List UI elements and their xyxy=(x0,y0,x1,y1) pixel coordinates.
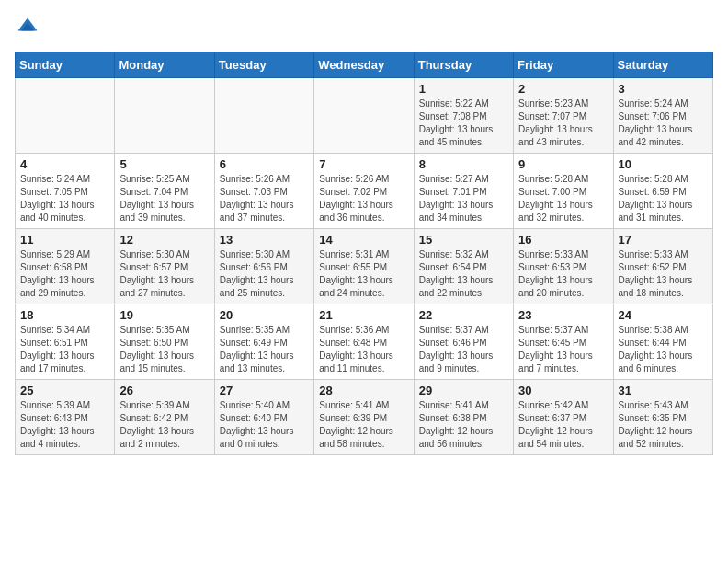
day-number: 25 xyxy=(20,384,109,397)
day-info: Sunrise: 5:38 AM Sunset: 6:44 PM Dayligh… xyxy=(619,324,708,375)
weekday-header-row: SundayMondayTuesdayWednesdayThursdayFrid… xyxy=(16,52,713,78)
day-number: 2 xyxy=(518,82,608,96)
calendar-cell: 25Sunrise: 5:39 AM Sunset: 6:43 PM Dayli… xyxy=(16,380,115,455)
calendar-cell: 10Sunrise: 5:28 AM Sunset: 6:59 PM Dayli… xyxy=(613,154,712,229)
day-info: Sunrise: 5:41 AM Sunset: 6:38 PM Dayligh… xyxy=(419,399,508,451)
calendar-cell: 11Sunrise: 5:29 AM Sunset: 6:58 PM Dayli… xyxy=(16,229,115,304)
day-number: 9 xyxy=(518,157,608,171)
day-number: 7 xyxy=(319,157,408,171)
calendar-cell: 31Sunrise: 5:43 AM Sunset: 6:35 PM Dayli… xyxy=(613,380,712,455)
weekday-header-friday: Friday xyxy=(514,52,613,78)
calendar-cell: 21Sunrise: 5:36 AM Sunset: 6:48 PM Dayli… xyxy=(314,304,414,380)
calendar-cell: 19Sunrise: 5:35 AM Sunset: 6:50 PM Dayli… xyxy=(115,304,214,380)
calendar-cell: 5Sunrise: 5:25 AM Sunset: 7:04 PM Daylig… xyxy=(115,154,214,229)
day-info: Sunrise: 5:24 AM Sunset: 7:06 PM Dayligh… xyxy=(619,98,708,149)
weekday-header-thursday: Thursday xyxy=(414,52,513,78)
calendar-cell: 27Sunrise: 5:40 AM Sunset: 6:40 PM Dayli… xyxy=(214,380,313,455)
calendar-cell xyxy=(314,78,414,154)
weekday-header-sunday: Sunday xyxy=(16,52,115,78)
day-info: Sunrise: 5:26 AM Sunset: 7:02 PM Dayligh… xyxy=(319,173,408,224)
calendar-cell: 24Sunrise: 5:38 AM Sunset: 6:44 PM Dayli… xyxy=(613,304,712,380)
day-number: 22 xyxy=(419,308,508,322)
day-number: 11 xyxy=(20,233,109,247)
page-header xyxy=(15,15,713,40)
calendar-cell: 18Sunrise: 5:34 AM Sunset: 6:51 PM Dayli… xyxy=(16,304,115,380)
day-number: 31 xyxy=(619,384,708,397)
day-info: Sunrise: 5:42 AM Sunset: 6:37 PM Dayligh… xyxy=(518,399,608,451)
calendar-cell: 13Sunrise: 5:30 AM Sunset: 6:56 PM Dayli… xyxy=(214,229,313,304)
day-info: Sunrise: 5:29 AM Sunset: 6:58 PM Dayligh… xyxy=(20,248,109,300)
day-number: 15 xyxy=(419,233,508,247)
day-number: 26 xyxy=(119,384,209,397)
calendar-cell: 16Sunrise: 5:33 AM Sunset: 6:53 PM Dayli… xyxy=(514,229,613,304)
day-number: 30 xyxy=(518,384,608,397)
day-info: Sunrise: 5:30 AM Sunset: 6:57 PM Dayligh… xyxy=(119,248,209,300)
day-info: Sunrise: 5:28 AM Sunset: 7:00 PM Dayligh… xyxy=(518,173,608,224)
calendar-cell: 22Sunrise: 5:37 AM Sunset: 6:46 PM Dayli… xyxy=(414,304,513,380)
day-info: Sunrise: 5:41 AM Sunset: 6:39 PM Dayligh… xyxy=(319,399,408,451)
day-number: 10 xyxy=(619,157,708,171)
day-number: 8 xyxy=(419,157,508,171)
weekday-header-tuesday: Tuesday xyxy=(214,52,313,78)
day-info: Sunrise: 5:27 AM Sunset: 7:01 PM Dayligh… xyxy=(419,173,508,224)
day-info: Sunrise: 5:39 AM Sunset: 6:42 PM Dayligh… xyxy=(119,399,209,451)
day-info: Sunrise: 5:22 AM Sunset: 7:08 PM Dayligh… xyxy=(419,98,508,149)
calendar-cell: 2Sunrise: 5:23 AM Sunset: 7:07 PM Daylig… xyxy=(514,78,613,154)
calendar-cell xyxy=(16,78,115,154)
day-number: 21 xyxy=(319,308,408,322)
day-info: Sunrise: 5:35 AM Sunset: 6:50 PM Dayligh… xyxy=(119,324,209,375)
calendar-table: SundayMondayTuesdayWednesdayThursdayFrid… xyxy=(15,52,713,455)
day-info: Sunrise: 5:33 AM Sunset: 6:52 PM Dayligh… xyxy=(619,248,708,300)
day-number: 27 xyxy=(220,384,309,397)
day-number: 3 xyxy=(619,82,708,96)
day-info: Sunrise: 5:43 AM Sunset: 6:35 PM Dayligh… xyxy=(619,399,708,451)
calendar-cell: 30Sunrise: 5:42 AM Sunset: 6:37 PM Dayli… xyxy=(514,380,613,455)
day-number: 4 xyxy=(20,157,109,171)
day-info: Sunrise: 5:35 AM Sunset: 6:49 PM Dayligh… xyxy=(220,324,309,375)
day-info: Sunrise: 5:39 AM Sunset: 6:43 PM Dayligh… xyxy=(20,399,109,451)
calendar-week-row: 1Sunrise: 5:22 AM Sunset: 7:08 PM Daylig… xyxy=(16,78,713,154)
calendar-cell: 9Sunrise: 5:28 AM Sunset: 7:00 PM Daylig… xyxy=(514,154,613,229)
day-number: 1 xyxy=(419,82,508,96)
calendar-week-row: 11Sunrise: 5:29 AM Sunset: 6:58 PM Dayli… xyxy=(16,229,713,304)
calendar-cell xyxy=(214,78,313,154)
calendar-cell: 20Sunrise: 5:35 AM Sunset: 6:49 PM Dayli… xyxy=(214,304,313,380)
day-number: 17 xyxy=(619,233,708,247)
day-info: Sunrise: 5:31 AM Sunset: 6:55 PM Dayligh… xyxy=(319,248,408,300)
logo xyxy=(15,15,44,40)
calendar-cell: 17Sunrise: 5:33 AM Sunset: 6:52 PM Dayli… xyxy=(613,229,712,304)
day-info: Sunrise: 5:40 AM Sunset: 6:40 PM Dayligh… xyxy=(220,399,309,451)
day-number: 19 xyxy=(119,308,209,322)
day-info: Sunrise: 5:33 AM Sunset: 6:53 PM Dayligh… xyxy=(518,248,608,300)
calendar-cell: 14Sunrise: 5:31 AM Sunset: 6:55 PM Dayli… xyxy=(314,229,414,304)
calendar-cell: 7Sunrise: 5:26 AM Sunset: 7:02 PM Daylig… xyxy=(314,154,414,229)
day-number: 29 xyxy=(419,384,508,397)
day-number: 28 xyxy=(319,384,408,397)
calendar-week-row: 18Sunrise: 5:34 AM Sunset: 6:51 PM Dayli… xyxy=(16,304,713,380)
calendar-cell: 6Sunrise: 5:26 AM Sunset: 7:03 PM Daylig… xyxy=(214,154,313,229)
calendar-cell: 29Sunrise: 5:41 AM Sunset: 6:38 PM Dayli… xyxy=(414,380,513,455)
logo-icon xyxy=(15,15,40,40)
day-info: Sunrise: 5:25 AM Sunset: 7:04 PM Dayligh… xyxy=(119,173,209,224)
day-number: 18 xyxy=(20,308,109,322)
calendar-cell xyxy=(115,78,214,154)
day-info: Sunrise: 5:26 AM Sunset: 7:03 PM Dayligh… xyxy=(220,173,309,224)
day-number: 23 xyxy=(518,308,608,322)
calendar-week-row: 4Sunrise: 5:24 AM Sunset: 7:05 PM Daylig… xyxy=(16,154,713,229)
day-info: Sunrise: 5:32 AM Sunset: 6:54 PM Dayligh… xyxy=(419,248,508,300)
calendar-cell: 8Sunrise: 5:27 AM Sunset: 7:01 PM Daylig… xyxy=(414,154,513,229)
weekday-header-monday: Monday xyxy=(115,52,214,78)
day-number: 20 xyxy=(220,308,309,322)
calendar-cell: 23Sunrise: 5:37 AM Sunset: 6:45 PM Dayli… xyxy=(514,304,613,380)
calendar-cell: 15Sunrise: 5:32 AM Sunset: 6:54 PM Dayli… xyxy=(414,229,513,304)
day-info: Sunrise: 5:30 AM Sunset: 6:56 PM Dayligh… xyxy=(220,248,309,300)
day-info: Sunrise: 5:23 AM Sunset: 7:07 PM Dayligh… xyxy=(518,98,608,149)
calendar-week-row: 25Sunrise: 5:39 AM Sunset: 6:43 PM Dayli… xyxy=(16,380,713,455)
calendar-cell: 4Sunrise: 5:24 AM Sunset: 7:05 PM Daylig… xyxy=(16,154,115,229)
day-info: Sunrise: 5:34 AM Sunset: 6:51 PM Dayligh… xyxy=(20,324,109,375)
day-number: 13 xyxy=(220,233,309,247)
day-number: 16 xyxy=(518,233,608,247)
calendar-cell: 1Sunrise: 5:22 AM Sunset: 7:08 PM Daylig… xyxy=(414,78,513,154)
day-info: Sunrise: 5:37 AM Sunset: 6:46 PM Dayligh… xyxy=(419,324,508,375)
day-number: 5 xyxy=(119,157,209,171)
